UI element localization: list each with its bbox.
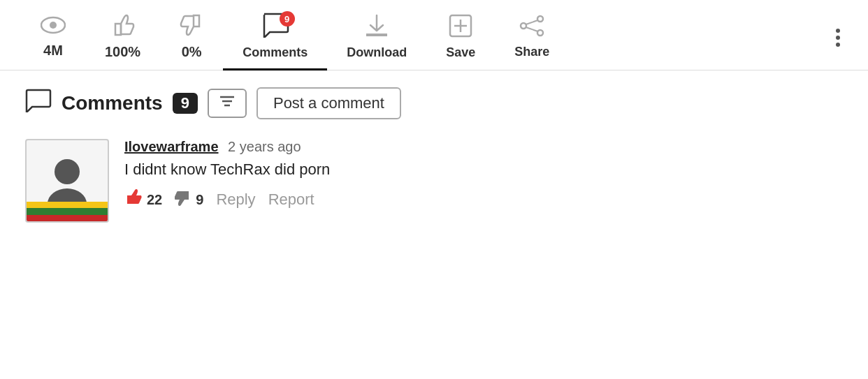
comment-time: 2 years ago — [228, 139, 301, 154]
more-dot-1 — [836, 29, 840, 33]
share-icon — [519, 15, 544, 42]
svg-point-7 — [521, 23, 526, 29]
download-label: Download — [347, 45, 407, 60]
svg-line-10 — [526, 27, 538, 31]
toolbar: 4M 100% 0% 9 Comments — [0, 0, 868, 70]
download-icon — [363, 14, 390, 43]
eye-icon — [41, 15, 66, 40]
avatar — [25, 139, 109, 223]
svg-point-1 — [50, 22, 57, 29]
thumbup-icon — [111, 14, 135, 41]
more-dot-2 — [836, 36, 840, 40]
svg-line-9 — [526, 20, 538, 24]
svg-point-14 — [55, 159, 80, 184]
save-label: Save — [446, 45, 475, 60]
flag-stripe-yellow — [27, 202, 108, 208]
comment-text: I didnt know TechRax did porn — [124, 161, 843, 179]
dislike-count: 9 — [196, 192, 203, 208]
toolbar-item-views[interactable]: 4M — [21, 10, 85, 67]
comment-body: Ilovewarframe 2 years ago I didnt know T… — [124, 139, 843, 211]
flag-stripe-green — [27, 208, 108, 214]
svg-rect-16 — [127, 195, 131, 204]
toolbar-item-comments[interactable]: 9 Comments — [223, 7, 327, 70]
thumbup-filled-icon — [124, 188, 143, 211]
comment-username[interactable]: Ilovewarframe — [124, 139, 219, 154]
toolbar-item-download[interactable]: Download — [327, 8, 426, 68]
share-label: Share — [514, 45, 549, 59]
dislikes-stat: 0% — [182, 44, 202, 60]
comments-section-icon — [25, 89, 52, 118]
svg-point-8 — [537, 30, 543, 36]
comments-section: Comments 9 Post a comment — [0, 70, 868, 239]
country-flag — [27, 202, 108, 221]
dislike-button[interactable]: 9 — [175, 188, 203, 211]
reply-button[interactable]: Reply — [216, 191, 255, 209]
views-stat: 4M — [43, 43, 63, 59]
comment-icon: 9 — [261, 13, 289, 43]
comment-item: Ilovewarframe 2 years ago I didnt know T… — [25, 139, 843, 223]
toolbar-item-save[interactable]: Save — [426, 8, 495, 68]
svg-rect-17 — [185, 191, 189, 200]
flag-stripe-red — [27, 215, 108, 221]
like-button[interactable]: 22 — [124, 188, 162, 211]
more-dot-3 — [836, 43, 840, 47]
comment-meta: Ilovewarframe 2 years ago — [124, 139, 843, 155]
like-count: 22 — [147, 192, 162, 208]
report-button[interactable]: Report — [268, 191, 314, 209]
comments-header: Comments 9 Post a comment — [25, 87, 843, 119]
comments-count-badge: 9 — [173, 93, 198, 114]
svg-point-6 — [537, 16, 543, 22]
toolbar-item-share[interactable]: Share — [495, 9, 569, 68]
comment-actions: 22 9 Reply Report — [124, 188, 843, 211]
comments-label: Comments — [243, 45, 308, 60]
filter-button[interactable] — [208, 89, 247, 118]
comments-badge: 9 — [280, 11, 295, 27]
toolbar-item-likes[interactable]: 100% — [85, 8, 160, 68]
thumbdown-filled-icon — [175, 188, 191, 211]
more-button[interactable] — [829, 22, 847, 55]
toolbar-item-dislikes[interactable]: 0% — [160, 8, 223, 68]
post-comment-button[interactable]: Post a comment — [256, 87, 401, 119]
thumbdown-icon — [180, 14, 203, 41]
likes-stat: 100% — [105, 44, 140, 60]
save-icon — [449, 14, 472, 43]
comments-title: Comments — [62, 92, 163, 114]
